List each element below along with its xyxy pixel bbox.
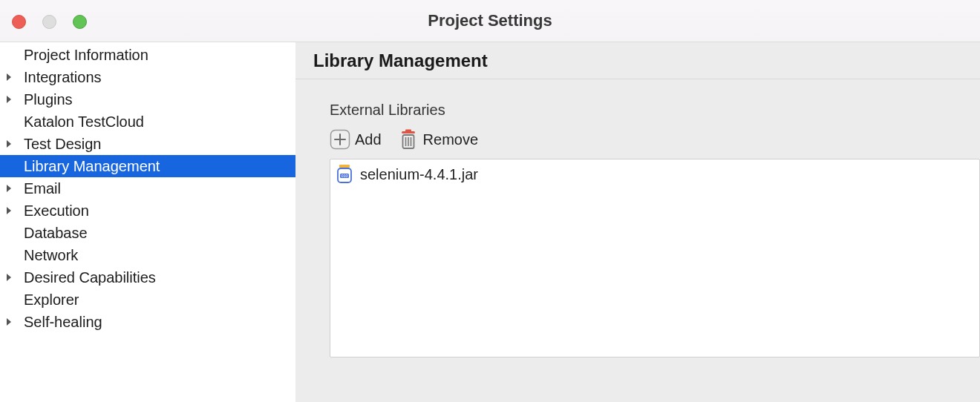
sidebar-item-plugins[interactable]: Plugins	[0, 88, 295, 111]
svg-rect-4	[405, 130, 411, 132]
sidebar-item-label: Database	[24, 225, 295, 242]
sidebar-item-library-management[interactable]: Library Management	[0, 155, 295, 177]
sidebar-item-project-information[interactable]: Project Information	[0, 44, 295, 66]
svg-text:010: 010	[341, 174, 347, 178]
sidebar-item-explorer[interactable]: Explorer	[0, 289, 295, 311]
sidebar-item-label: Execution	[24, 202, 295, 220]
plus-icon	[330, 129, 350, 150]
sidebar-item-label: Network	[24, 247, 295, 264]
remove-library-button[interactable]: Remove	[398, 129, 478, 150]
sidebar-item-test-design[interactable]: Test Design	[0, 133, 295, 155]
sidebar-item-label: Self-healing	[24, 314, 295, 331]
sidebar-item-database[interactable]: Database	[0, 222, 295, 244]
trash-icon	[398, 129, 419, 150]
sidebar-item-label: Project Information	[24, 47, 295, 64]
sidebar-item-label: Katalon TestCloud	[24, 113, 295, 131]
sidebar-item-label: Library Management	[24, 158, 295, 175]
settings-sidebar: Project InformationIntegrationsPluginsKa…	[0, 42, 295, 402]
main-panel: Library Management External Libraries Ad…	[295, 42, 980, 402]
disclosure-arrow-icon[interactable]	[4, 184, 24, 193]
sidebar-item-self-healing[interactable]: Self-healing	[0, 311, 295, 333]
sidebar-item-label: Explorer	[24, 291, 295, 309]
libraries-toolbar: Add Remove	[330, 129, 980, 150]
sidebar-item-email[interactable]: Email	[0, 177, 295, 200]
titlebar: Project Settings	[0, 0, 980, 42]
library-row[interactable]: 010selenium-4.4.1.jar	[336, 164, 973, 185]
remove-label: Remove	[423, 131, 478, 148]
sidebar-item-label: Plugins	[24, 91, 295, 108]
sidebar-item-label: Test Design	[24, 136, 295, 153]
disclosure-arrow-icon[interactable]	[4, 139, 24, 148]
disclosure-arrow-icon[interactable]	[4, 273, 24, 282]
jar-file-icon: 010	[336, 165, 353, 184]
libraries-list[interactable]: 010selenium-4.4.1.jar	[330, 159, 980, 357]
sidebar-item-label: Email	[24, 180, 295, 197]
disclosure-arrow-icon[interactable]	[4, 73, 24, 82]
library-filename: selenium-4.4.1.jar	[360, 166, 478, 183]
zoom-window-button[interactable]	[73, 15, 87, 29]
window-controls	[12, 15, 87, 29]
disclosure-arrow-icon[interactable]	[4, 317, 24, 326]
disclosure-arrow-icon[interactable]	[4, 206, 24, 215]
panel-header: Library Management	[295, 42, 980, 79]
sidebar-item-label: Integrations	[24, 69, 295, 86]
disclosure-arrow-icon[interactable]	[4, 95, 24, 104]
add-library-button[interactable]: Add	[330, 129, 382, 150]
section-label-external-libraries: External Libraries	[330, 102, 980, 119]
sidebar-item-label: Desired Capabilities	[24, 269, 295, 286]
sidebar-item-network[interactable]: Network	[0, 244, 295, 266]
sidebar-item-desired-capabilities[interactable]: Desired Capabilities	[0, 266, 295, 289]
add-label: Add	[355, 131, 382, 148]
sidebar-item-execution[interactable]: Execution	[0, 200, 295, 222]
close-window-button[interactable]	[12, 15, 26, 29]
sidebar-item-integrations[interactable]: Integrations	[0, 66, 295, 88]
window-title: Project Settings	[428, 11, 552, 30]
sidebar-item-katalon-testcloud[interactable]: Katalon TestCloud	[0, 111, 295, 133]
svg-rect-9	[339, 165, 350, 168]
minimize-window-button[interactable]	[42, 15, 56, 29]
